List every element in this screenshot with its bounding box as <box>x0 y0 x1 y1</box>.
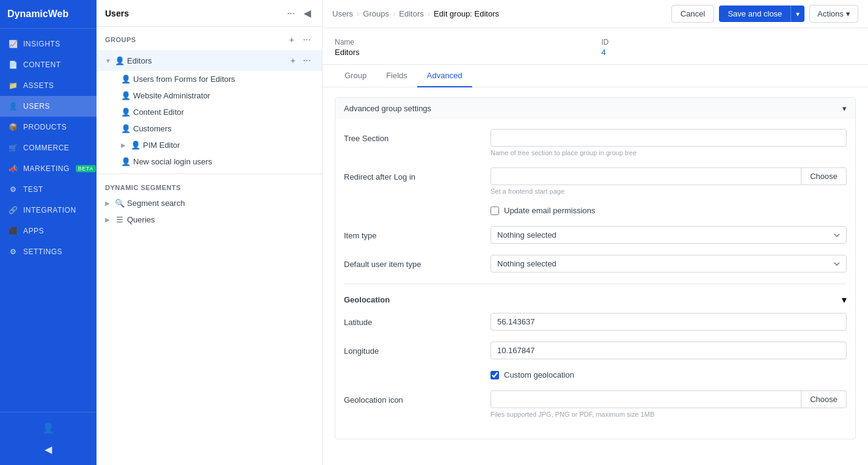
sidebar-item-apps[interactable]: ⬛ APPS <box>0 221 97 241</box>
tree-section-input[interactable] <box>491 129 847 147</box>
sidebar-item-commerce[interactable]: 🛒 COMMERCE <box>0 137 97 158</box>
breadcrumb-editors[interactable]: Editors <box>399 9 423 18</box>
breadcrumb-groups[interactable]: Groups <box>363 9 389 18</box>
tree-item-customers[interactable]: 👤 Customers <box>97 120 322 137</box>
groups-more-button[interactable]: ··· <box>301 33 313 46</box>
sidebar-item-assets[interactable]: 📁 ASSETS <box>0 75 97 96</box>
apps-icon: ⬛ <box>9 226 18 236</box>
id-label: ID <box>602 38 856 46</box>
save-and-close-button[interactable]: Save and close <box>719 5 790 22</box>
breadcrumb-sep-1: › <box>357 9 359 18</box>
advanced-group-settings-section: Advanced group settings ▾ Tree Section N… <box>335 97 856 439</box>
sidebar-item-content[interactable]: 📄 CONTENT <box>0 54 97 75</box>
groups-section-label: Groups + ··· <box>97 27 322 50</box>
sidebar-item-label: CONTENT <box>23 60 61 69</box>
tree-item-editors[interactable]: ▼ 👤 Editors + ··· <box>97 50 322 71</box>
longitude-row: Longitude <box>344 342 847 359</box>
custom-geolocation-checkbox[interactable] <box>491 371 499 379</box>
tab-group[interactable]: Group <box>335 65 376 87</box>
chevron-right-icon: ▶ <box>121 142 128 148</box>
commerce-icon: 🛒 <box>9 143 18 153</box>
geolocation-collapse-icon: ▾ <box>842 294 847 306</box>
breadcrumb-users[interactable]: Users <box>332 9 353 18</box>
sidebar-item-label: INTEGRATION <box>23 206 76 214</box>
geolocation-icon-input[interactable] <box>491 390 801 408</box>
panel-more-button[interactable]: ··· <box>285 7 297 20</box>
groups-label: Groups <box>105 36 136 43</box>
editors-add-button[interactable]: + <box>288 54 297 67</box>
tree-item-content-editor[interactable]: 👤 Content Editor <box>97 104 322 120</box>
sidebar-item-products[interactable]: 📦 PRODUCTS <box>0 117 97 137</box>
user-icon: 👤 <box>121 91 131 100</box>
tree-section-field: Name of tree section to place group in g… <box>491 129 847 156</box>
tree-section-hint: Name of tree section to place group in g… <box>491 149 847 156</box>
id-field: ID 4 <box>602 38 856 57</box>
panel-title: Users <box>105 9 129 18</box>
editors-more-button[interactable]: ··· <box>301 54 313 67</box>
panel-collapse-button[interactable]: ◀ <box>301 6 313 20</box>
advanced-group-settings-label: Advanced group settings <box>344 104 431 113</box>
longitude-input[interactable] <box>491 342 847 359</box>
custom-geolocation-label: Custom geolocation <box>504 370 574 379</box>
redirect-row: Redirect after Log in Choose Set a front… <box>344 167 847 195</box>
sidebar-item-label: SETTINGS <box>23 247 62 256</box>
sidebar-item-insights[interactable]: 📈 INSIGHTS <box>0 34 97 54</box>
breadcrumb-sep-2: › <box>393 9 395 18</box>
editors-item-actions: + ··· <box>288 54 313 67</box>
geolocation-section-header[interactable]: Geolocation ▾ <box>344 294 847 306</box>
panel-header-actions: ··· ◀ <box>285 6 313 20</box>
groups-label-actions: + ··· <box>286 33 313 46</box>
sidebar-profile-button[interactable]: 👤 <box>0 417 97 439</box>
default-user-item-type-select[interactable]: Nothing selected <box>491 255 847 273</box>
item-type-label: Item type <box>344 226 478 240</box>
actions-button[interactable]: Actions ▾ <box>809 5 858 23</box>
save-dropdown-button[interactable]: ▾ <box>790 5 804 22</box>
sidebar-item-label: COMMERCE <box>23 144 69 152</box>
collapse-icon: ▾ <box>842 104 847 113</box>
content-icon: 📄 <box>9 60 18 70</box>
sidebar-item-integration[interactable]: 🔗 INTEGRATION <box>0 200 97 221</box>
tree-item-users-from-forms[interactable]: 👤 Users from Forms for Editors <box>97 71 322 87</box>
profile-icon: 👤 <box>42 422 54 434</box>
tree-item-pim-editor[interactable]: ▶ 👤 PIM Editor <box>97 137 322 153</box>
geolocation-icon-choose-button[interactable]: Choose <box>801 390 847 408</box>
tree-item-queries[interactable]: ▶ ☰ Queries <box>97 211 322 228</box>
tree-section-label: Tree Section <box>344 129 478 143</box>
geolocation-icon-field: Choose Files supported JPG, PNG or PDF, … <box>491 390 847 418</box>
sidebar-item-settings[interactable]: ⚙ SETTINGS <box>0 241 97 262</box>
sidebar-item-users[interactable]: 👤 USERS <box>0 96 97 117</box>
geolocation-divider <box>344 284 847 284</box>
redirect-field: Choose Set a frontend start page <box>491 167 847 195</box>
add-group-button[interactable]: + <box>286 34 296 46</box>
sidebar-collapse-button[interactable]: ◀ <box>0 439 97 460</box>
item-type-select[interactable]: Nothing selected <box>491 226 847 244</box>
tree-item-segment-search[interactable]: ▶ 🔍 Segment search <box>97 195 322 211</box>
cancel-button[interactable]: Cancel <box>671 5 714 23</box>
tab-fields[interactable]: Fields <box>376 65 417 87</box>
test-icon: ⚙ <box>9 185 18 194</box>
chevron-right-icon: ▶ <box>105 200 112 207</box>
latitude-input[interactable] <box>491 313 847 331</box>
tree-item-label: Queries <box>127 215 313 224</box>
redirect-hint: Set a frontend start page <box>491 188 847 195</box>
sidebar-item-test[interactable]: ⚙ TEST <box>0 179 97 200</box>
actions-chevron-icon: ▾ <box>846 9 850 18</box>
sidebar-item-marketing[interactable]: 📣 MARKETING BETA <box>0 158 97 179</box>
update-email-checkbox[interactable] <box>491 207 499 215</box>
left-panel: Users ··· ◀ Groups + ··· ▼ 👤 Editors + ·… <box>97 0 323 465</box>
sidebar-nav: 📈 INSIGHTS 📄 CONTENT 📁 ASSETS 👤 USERS 📦 … <box>0 29 97 412</box>
advanced-group-settings-header[interactable]: Advanced group settings ▾ <box>335 98 855 119</box>
marketing-icon: 📣 <box>9 164 18 174</box>
tree-item-website-admin[interactable]: 👤 Website Administrator <box>97 87 322 104</box>
tab-advanced[interactable]: Advanced <box>417 65 472 87</box>
sidebar-item-label: INSIGHTS <box>23 40 60 48</box>
name-label: Name <box>335 38 589 46</box>
sidebar: DynamicWeb 📈 INSIGHTS 📄 CONTENT 📁 ASSETS… <box>0 0 97 465</box>
tree-item-new-social-login[interactable]: 👤 New social login users <box>97 153 322 170</box>
redirect-input[interactable] <box>491 167 801 185</box>
redirect-choose-button[interactable]: Choose <box>801 167 847 185</box>
id-value: 4 <box>602 48 856 57</box>
tree-item-label: Users from Forms for Editors <box>133 75 313 84</box>
actions-label: Actions <box>817 9 844 18</box>
tree-item-label: Content Editor <box>133 108 313 117</box>
